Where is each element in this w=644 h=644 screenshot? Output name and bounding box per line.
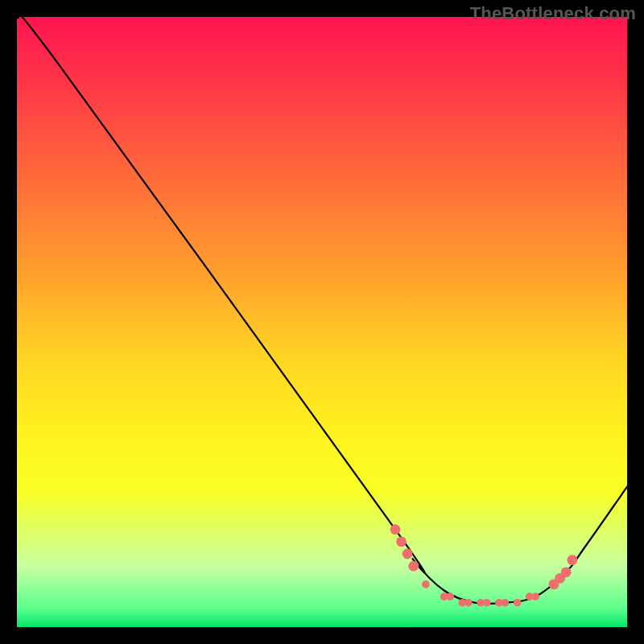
- curve-marker: [532, 592, 540, 601]
- curve-marker: [561, 567, 572, 577]
- curve-marker: [514, 599, 522, 607]
- curve-markers: [390, 524, 578, 606]
- plot-area: [17, 17, 627, 627]
- curve-marker: [502, 599, 510, 607]
- curve-marker: [464, 599, 473, 607]
- curve-marker: [390, 524, 401, 535]
- curve-marker: [422, 580, 430, 588]
- curve-marker: [567, 555, 577, 565]
- chart-frame: TheBottleneck.com: [0, 0, 644, 644]
- curve-marker: [483, 599, 491, 607]
- bottleneck-curve: [17, 12, 627, 604]
- curve-marker: [396, 537, 407, 547]
- watermark-label: TheBottleneck.com: [470, 3, 636, 24]
- chart-svg: [17, 17, 627, 627]
- curve-marker: [408, 561, 419, 572]
- curve-marker: [402, 549, 413, 559]
- curve-marker: [446, 592, 454, 601]
